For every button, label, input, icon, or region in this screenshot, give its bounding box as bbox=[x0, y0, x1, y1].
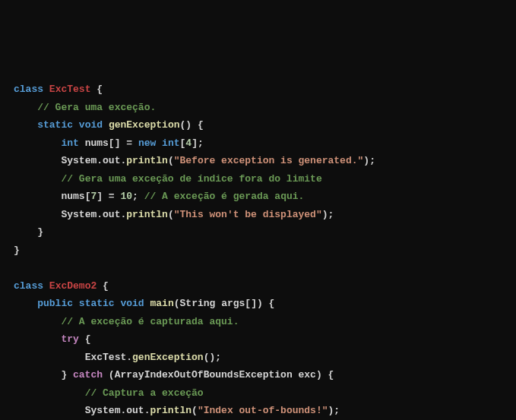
code-token bbox=[144, 298, 150, 309]
code-token bbox=[14, 119, 37, 131]
code-token: ( bbox=[174, 298, 180, 309]
code-token: System bbox=[61, 155, 97, 166]
code-token: ); bbox=[363, 155, 375, 166]
code-token: genException bbox=[132, 352, 204, 363]
code-line[interactable]: class ExcTest { bbox=[14, 81, 502, 99]
code-token: { bbox=[79, 333, 91, 345]
code-token: static bbox=[79, 298, 115, 309]
code-token: class bbox=[14, 280, 43, 292]
code-token: // A exceção é gerada aqui. bbox=[144, 191, 305, 202]
code-token: . bbox=[97, 155, 103, 166]
code-line[interactable]: // Gera uma exceção de índice fora do li… bbox=[14, 170, 502, 188]
code-token: nums bbox=[61, 191, 84, 202]
code-token: println bbox=[126, 209, 168, 220]
code-line[interactable]: nums[7] = 10; // A exceção é gerada aqui… bbox=[14, 188, 502, 206]
code-line[interactable]: public static void main(String args[]) { bbox=[14, 295, 502, 313]
code-token: println bbox=[150, 405, 192, 416]
code-line[interactable]: } catch (ArrayIndexOutOfBoundsException … bbox=[14, 366, 502, 384]
code-token: } bbox=[14, 369, 73, 381]
code-token: ; bbox=[132, 191, 144, 202]
code-line[interactable]: // A exceção é capturada aqui. bbox=[14, 313, 502, 331]
code-token: . bbox=[126, 352, 132, 363]
code-token: } bbox=[14, 245, 20, 256]
code-token: String args bbox=[180, 298, 245, 309]
code-line[interactable]: System.out.println("Index out-of-bounds!… bbox=[14, 402, 502, 420]
code-token: { bbox=[97, 280, 109, 292]
code-token: // Captura a exceção bbox=[85, 387, 204, 399]
code-token: System bbox=[61, 209, 97, 220]
code-token bbox=[73, 298, 79, 309]
code-line[interactable]: static void genException() { bbox=[14, 116, 502, 134]
code-token bbox=[14, 298, 37, 309]
code-token: new bbox=[138, 137, 156, 149]
code-token bbox=[14, 155, 61, 166]
code-line[interactable] bbox=[14, 259, 502, 277]
code-token: class bbox=[14, 84, 43, 95]
code-token: } bbox=[14, 226, 43, 238]
code-token: 10 bbox=[120, 191, 132, 202]
code-token: [] = bbox=[109, 137, 138, 149]
code-token: "Before exception is generated." bbox=[174, 155, 364, 166]
code-token: 4 bbox=[185, 137, 192, 149]
code-token bbox=[14, 352, 85, 363]
code-token bbox=[14, 137, 61, 149]
code-token: // A exceção é capturada aqui. bbox=[61, 316, 239, 327]
code-token: System bbox=[85, 405, 121, 416]
code-token bbox=[14, 333, 61, 345]
code-line[interactable]: System.out.println("Before exception is … bbox=[14, 152, 502, 170]
code-token bbox=[14, 209, 61, 220]
code-line[interactable]: } bbox=[14, 223, 502, 242]
code-line[interactable]: int nums[] = new int[4]; bbox=[14, 134, 502, 153]
code-token: ); bbox=[322, 209, 334, 220]
code-token: ); bbox=[328, 405, 340, 416]
code-token: static bbox=[37, 119, 73, 131]
code-token bbox=[14, 387, 85, 399]
code-line[interactable]: } bbox=[14, 242, 502, 260]
code-token: println bbox=[126, 155, 168, 166]
code-token: nums bbox=[85, 137, 109, 149]
code-token: genException bbox=[109, 119, 180, 131]
code-line[interactable]: class ExcDemo2 { bbox=[14, 277, 502, 295]
code-editor[interactable]: class ExcTest { // Gera uma exceção. sta… bbox=[14, 81, 502, 420]
code-token: () { bbox=[180, 119, 204, 131]
code-token: (); bbox=[204, 352, 221, 363]
code-token: ( bbox=[103, 369, 115, 381]
code-token: . bbox=[97, 209, 103, 220]
code-line[interactable]: try { bbox=[14, 330, 502, 349]
code-token: out bbox=[103, 209, 120, 220]
code-token: void bbox=[79, 119, 103, 131]
code-token bbox=[43, 84, 49, 95]
code-token: ( bbox=[168, 209, 174, 220]
code-line[interactable]: // Captura a exceção bbox=[14, 384, 502, 403]
code-token: public bbox=[37, 298, 73, 309]
code-line[interactable]: ExcTest.genException(); bbox=[14, 349, 502, 367]
code-token: // Gera uma exceção. bbox=[37, 102, 156, 113]
code-line[interactable]: // Gera uma exceção. bbox=[14, 99, 502, 117]
code-token: ArrayIndexOutOfBoundsException exc bbox=[115, 369, 316, 381]
code-token: ExcDemo2 bbox=[49, 280, 97, 292]
code-token: { bbox=[90, 84, 103, 95]
code-token bbox=[103, 119, 109, 131]
code-token: out bbox=[103, 155, 120, 166]
code-token: ExcTest bbox=[85, 352, 127, 363]
code-token: // Gera uma exceção de índice fora do li… bbox=[61, 173, 321, 185]
code-token: catch bbox=[73, 369, 103, 381]
code-token: out bbox=[126, 405, 144, 416]
code-token: int bbox=[61, 137, 78, 149]
code-token: try bbox=[61, 333, 78, 345]
code-token bbox=[14, 102, 37, 113]
code-token: ExcTest bbox=[49, 84, 91, 95]
code-token bbox=[73, 119, 79, 131]
code-token: void bbox=[120, 298, 144, 309]
code-token: ) { bbox=[316, 369, 334, 381]
code-token: ]; bbox=[192, 137, 204, 149]
code-token: ( bbox=[192, 405, 198, 416]
code-token bbox=[156, 137, 162, 149]
code-line[interactable]: System.out.println("This won't be displa… bbox=[14, 206, 502, 224]
code-token: []) { bbox=[245, 298, 274, 309]
code-token: main bbox=[150, 298, 174, 309]
code-token bbox=[14, 191, 61, 202]
code-token bbox=[43, 280, 49, 292]
code-token bbox=[14, 173, 61, 185]
code-token: ] = bbox=[97, 191, 120, 202]
